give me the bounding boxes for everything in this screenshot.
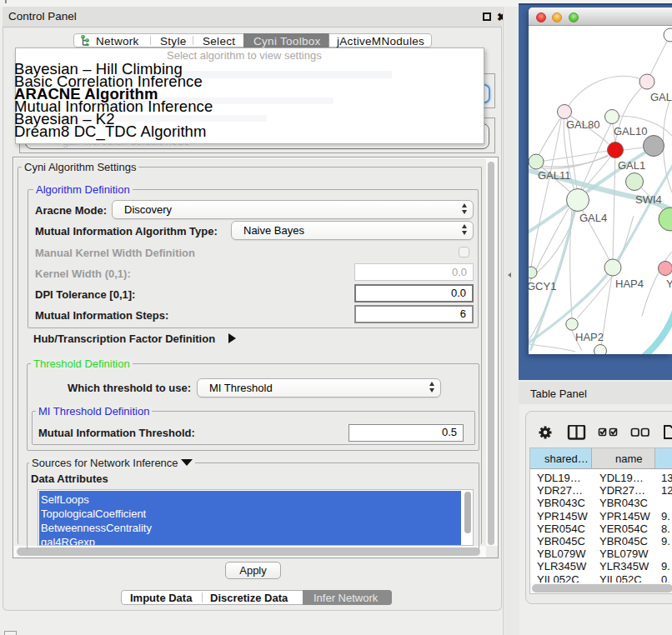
svg-text:GAL11: GAL11 (538, 169, 571, 182)
svg-text:SWI4: SWI4 (635, 193, 662, 206)
svg-text:GAL1: GAL1 (618, 159, 645, 172)
svg-text:Y: Y (666, 278, 672, 290)
svg-text:GAL80: GAL80 (566, 118, 599, 131)
svg-text:HAP4: HAP4 (615, 278, 644, 290)
svg-text:GAL4: GAL4 (579, 212, 607, 224)
svg-text:GCY1: GCY1 (529, 280, 556, 292)
svg-text:HAP2: HAP2 (575, 331, 604, 343)
svg-text:GAL: GAL (650, 91, 672, 103)
svg-text:GAL10: GAL10 (614, 125, 647, 138)
